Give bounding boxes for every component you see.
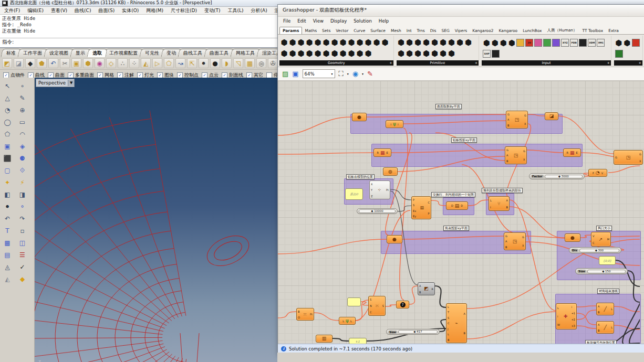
input-port[interactable]: L — [490, 199, 492, 202]
input-port[interactable]: G — [506, 148, 509, 152]
rhino-tool-icon[interactable]: ◉ — [95, 58, 105, 68]
rhino-palette-tool-icon[interactable]: △ — [3, 94, 12, 102]
rhino-tool-icon[interactable]: ⬟ — [37, 58, 47, 68]
rhino-toolbar-tab[interactable]: 工作视窗配置 — [103, 49, 143, 57]
input-port[interactable]: X — [370, 183, 373, 186]
rhino-palette-tool-icon[interactable]: ⬛ — [3, 154, 12, 163]
rhino-palette-tool-icon[interactable]: ✎ — [18, 94, 27, 102]
zoom-extents-icon[interactable]: ⛶ — [339, 70, 344, 77]
input-port[interactable]: B — [507, 124, 510, 127]
rhino-tool-icon[interactable]: ◩ — [2, 58, 12, 68]
input-port[interactable]: A — [506, 154, 509, 157]
output-port[interactable]: G — [524, 114, 527, 117]
component-chip-icon[interactable] — [543, 39, 551, 47]
rhino-palette-tool-icon[interactable]: ⚫ — [3, 203, 12, 211]
component-hex-icon[interactable]: ⬢ — [356, 37, 364, 48]
component-hex-icon[interactable]: ⬢ — [297, 37, 305, 48]
rhino-palette-tool-icon[interactable]: ▢ — [3, 166, 12, 175]
input-port[interactable]: L — [447, 333, 450, 336]
grasshopper-category-tab[interactable]: Dis — [428, 27, 439, 34]
component-hex-icon[interactable]: ⬢ — [372, 37, 381, 48]
rhino-menu-item[interactable]: 分析(A) — [251, 7, 267, 14]
gh-component[interactable]: XYZ⁘Pt — [369, 180, 390, 199]
rhino-toolbar-tab[interactable]: 曲面工具 — [204, 49, 234, 57]
input-port[interactable]: T — [447, 311, 450, 314]
input-port[interactable]: J — [447, 327, 450, 331]
save-file-icon[interactable]: ▣ — [292, 70, 298, 77]
component-hex-icon[interactable]: ⬢ — [288, 37, 297, 48]
rhino-tool-icon[interactable]: ◗ — [222, 58, 232, 68]
component-hex-icon[interactable]: ⬢ — [364, 37, 372, 48]
ribbon-group-expand-icon[interactable]: + — [607, 61, 609, 65]
gh-component[interactable]: PSExEy⊞CP — [411, 196, 431, 219]
rhino-palette-tool-icon[interactable]: ◆ — [18, 275, 27, 283]
component-hex-icon[interactable]: ⬢ — [314, 48, 322, 59]
input-port[interactable]: Z — [370, 195, 373, 198]
ribbon-group-expand-icon[interactable]: + — [639, 61, 641, 65]
grasshopper-category-tab[interactable]: Mesh — [388, 27, 404, 34]
gh-component[interactable]: GAB◳GX — [506, 111, 528, 129]
slider-track[interactable]: ◆ 10000 — [359, 209, 396, 213]
grasshopper-menu-item[interactable]: View — [313, 18, 324, 24]
rhino-menu-item[interactable]: 编辑(E) — [27, 7, 44, 14]
input-port[interactable]: W — [557, 323, 560, 326]
input-port[interactable]: Y — [370, 188, 373, 191]
component-chip-icon[interactable] — [492, 50, 500, 58]
rhino-menu-item[interactable]: 尺寸标注(D) — [171, 7, 197, 14]
gh-panel[interactable]: {0;0} — [599, 256, 616, 265]
rhino-palette-tool-icon[interactable]: ✓ — [18, 263, 27, 271]
component-hex-icon[interactable]: ⬢ — [406, 48, 414, 59]
input-port[interactable]: L — [447, 305, 450, 308]
input-port[interactable]: I — [490, 206, 492, 209]
rhino-toolbar-tab[interactable]: 网格工具 — [230, 49, 260, 57]
gh-component[interactable]: R▦E — [563, 148, 581, 157]
gh-component[interactable]: LiW✚i+1+2+3 — [556, 303, 577, 329]
input-port[interactable]: A — [419, 284, 421, 288]
gh-component[interactable]: IψI — [386, 120, 403, 128]
rhino-tool-icon[interactable]: ◆ — [25, 58, 35, 68]
input-port[interactable]: G — [507, 113, 510, 116]
output-port[interactable]: Pt — [386, 188, 389, 191]
rhino-tool-icon[interactable]: ⬠ — [164, 58, 174, 68]
rhino-menu-item[interactable]: 查看(V) — [51, 7, 67, 14]
output-port[interactable]: X — [523, 158, 526, 161]
component-hex-icon[interactable]: ⬢ — [347, 37, 356, 48]
component-hex-icon[interactable]: ⬢ — [448, 48, 456, 59]
component-hex-icon[interactable]: ⬢ — [422, 37, 431, 48]
open-file-icon[interactable]: ▨ — [282, 70, 288, 77]
component-chip-icon[interactable]: IMG — [597, 39, 605, 47]
input-port[interactable]: G — [505, 235, 508, 238]
rhino-palette-tool-icon[interactable]: ⊕ — [18, 106, 27, 114]
output-port[interactable]: X — [524, 122, 527, 125]
gh-component[interactable]: AB╱L — [596, 321, 614, 334]
viewport-menu-arrow-icon[interactable]: ▼ — [68, 80, 74, 86]
component-hex-icon[interactable]: ⬢ — [288, 48, 297, 59]
rhino-palette-tool-icon[interactable]: ↖ — [3, 82, 12, 90]
input-port[interactable]: B — [297, 310, 300, 313]
input-port[interactable]: Ey — [412, 215, 417, 218]
slider-track[interactable]: ◆ 150 — [587, 270, 626, 273]
gh-component[interactable]: ● — [352, 113, 367, 121]
gh-component[interactable]: R▦E — [373, 148, 391, 157]
gh-component[interactable]: GAB◳GX — [504, 232, 526, 250]
gh-component[interactable]: ◍ — [383, 167, 398, 176]
rhino-palette-tool-icon[interactable]: ⬠ — [3, 130, 12, 139]
rhino-palette-tool-icon[interactable]: ▤ — [3, 251, 12, 259]
output-port[interactable]: L — [610, 307, 613, 311]
rhino-palette-tool-icon[interactable]: ▣ — [3, 142, 12, 151]
rhino-tool-icon[interactable]: ⁘ — [129, 58, 139, 68]
component-hex-icon[interactable]: ⬢ — [305, 48, 314, 59]
gh-panel[interactable] — [347, 297, 361, 306]
rhino-tool-icon[interactable]: ⬢ — [83, 58, 93, 68]
rhino-palette-tool-icon[interactable]: ◧ — [3, 190, 12, 199]
component-hex-icon[interactable]: ⬢ — [439, 48, 448, 59]
rhino-tool-icon[interactable]: ◹ — [233, 58, 243, 68]
rhino-toolbar-tab[interactable]: 工作平面 — [17, 49, 47, 57]
rhino-tool-icon[interactable]: ▣ — [71, 58, 81, 68]
component-chip-icon[interactable]: XYZ — [561, 39, 569, 47]
grasshopper-title-bar[interactable]: Grasshopper - 双曲面铝板优化程序* — [278, 5, 644, 17]
grasshopper-category-tab[interactable]: Maths — [302, 27, 319, 34]
gh-number-slider[interactable]: ◆ 10000 — [357, 208, 398, 214]
input-port[interactable]: S — [447, 316, 450, 320]
rhino-palette-tool-icon[interactable]: ☰ — [18, 251, 27, 259]
